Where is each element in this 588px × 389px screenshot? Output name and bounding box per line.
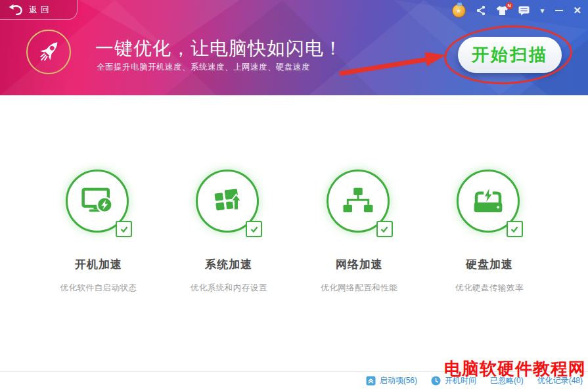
footer-item-label: 启动项(56) [380, 375, 417, 386]
checkmark-icon [250, 225, 259, 234]
startup-items-icon [366, 376, 376, 386]
network-nodes-icon [340, 183, 376, 219]
feature-network-acceleration: 网络加速 优化网络配置和性能 [300, 170, 418, 294]
feature-system-toggle[interactable] [196, 170, 261, 235]
boot-checkbox[interactable] [116, 221, 132, 237]
feature-disk-acceleration: 硬盘加速 优化硬盘传输效率 [430, 170, 549, 294]
disk-lightning-icon [470, 183, 506, 219]
footer-ignored[interactable]: 已忽略(0) [490, 375, 524, 386]
checkmark-icon [510, 225, 519, 234]
skin-shirt-icon[interactable]: N [496, 5, 509, 16]
close-button[interactable]: ✕ [573, 5, 581, 16]
footer-boot-time[interactable]: 开机时间 [431, 375, 476, 386]
back-button[interactable]: 返回 [0, 0, 78, 20]
feature-title: 开机加速 [75, 257, 122, 272]
feature-title: 网络加速 [336, 257, 383, 272]
back-arrow-icon [9, 4, 23, 15]
hero-title: 一键优化，让电脑快如闪电！ [95, 36, 343, 61]
disk-checkbox[interactable] [507, 221, 523, 237]
share-icon[interactable] [476, 5, 486, 16]
notification-badge: N [506, 2, 513, 9]
medal-star-glyph: ★ [455, 7, 462, 15]
footer-statusbar: 启动项(56) 开机时间 已忽略(0) 优化记录(48) [0, 371, 588, 389]
checkmark-icon [380, 225, 389, 234]
feature-disk-toggle[interactable] [457, 170, 522, 235]
rocket-emblem [26, 30, 71, 74]
network-checkbox[interactable] [376, 221, 393, 237]
medal-icon[interactable]: ★ [452, 4, 466, 18]
system-checkbox[interactable] [246, 221, 262, 237]
main-menu-dropdown-icon[interactable]: ▼ [539, 7, 546, 14]
footer-item-label: 已忽略(0) [490, 375, 524, 386]
hero-subtitle: 全面提升电脑开机速度、系统速度、上网速度、硬盘速度 [97, 62, 310, 73]
back-button-label: 返回 [29, 4, 53, 16]
feature-subtitle: 优化硬盘传输效率 [455, 283, 524, 294]
minimize-icon [555, 10, 563, 11]
minimize-button[interactable] [555, 10, 563, 11]
feature-subtitle: 优化网络配置和性能 [321, 283, 397, 294]
feature-title: 系统加速 [205, 257, 252, 272]
titlebar-icons: ★ N [452, 3, 581, 18]
monitor-lightning-icon [79, 183, 115, 219]
footer-item-label: 优化记录(48) [537, 375, 583, 386]
hero-banner: 返回 ★ N [0, 0, 588, 95]
feature-boot-acceleration: 开机加速 优化软件自启动状态 [39, 170, 158, 294]
feature-network-toggle[interactable] [327, 170, 392, 235]
close-icon: ✕ [573, 5, 581, 16]
optimizer-window: 返回 ★ N [0, 0, 588, 389]
boot-time-clock-icon [431, 376, 441, 386]
feature-boot-toggle[interactable] [66, 170, 131, 235]
feedback-message-icon[interactable] [518, 6, 530, 16]
feature-title: 硬盘加速 [466, 257, 513, 272]
feature-system-acceleration: 系统加速 优化系统和内存设置 [170, 170, 288, 294]
footer-item-label: 开机时间 [445, 375, 476, 386]
checkmark-icon [120, 225, 129, 234]
feature-subtitle: 优化软件自启动状态 [60, 283, 137, 294]
feature-grid: 开机加速 优化软件自启动状态 [0, 170, 588, 294]
footer-startup-items[interactable]: 启动项(56) [366, 375, 417, 386]
dropdown-glyph: ▼ [539, 7, 546, 14]
start-scan-button[interactable]: 开始扫描 [458, 37, 562, 73]
windows-up-arrow-icon [210, 183, 245, 219]
rocket-icon [32, 35, 65, 68]
feature-subtitle: 优化系统和内存设置 [191, 283, 267, 294]
footer-optimize-records[interactable]: 优化记录(48) [537, 375, 583, 386]
